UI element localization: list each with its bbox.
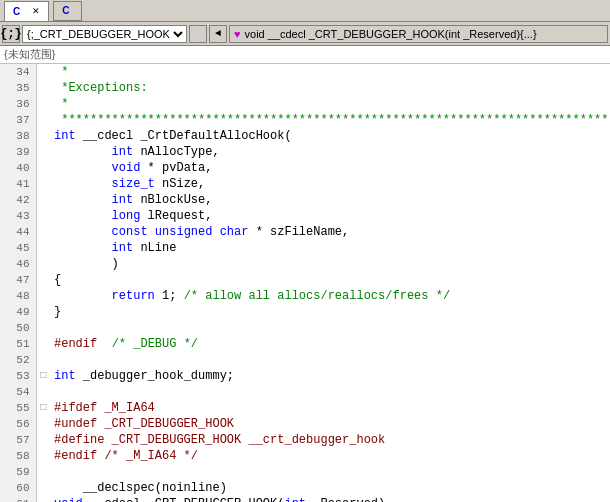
- table-row: 42 int nBlockUse,: [0, 192, 610, 208]
- line-number: 35: [0, 80, 36, 96]
- tab-logical[interactable]: C: [53, 1, 82, 21]
- line-number: 37: [0, 112, 36, 128]
- table-row: 54: [0, 384, 610, 400]
- line-indicator: [36, 208, 50, 224]
- code-area: 34 *35 *Exceptions:36 *37 **************…: [0, 64, 610, 502]
- line-indicator[interactable]: □: [36, 400, 50, 416]
- line-code: void * pvData,: [50, 160, 610, 176]
- table-row: 49}: [0, 304, 610, 320]
- breadcrumb: {未知范围}: [0, 46, 610, 64]
- line-code: void __cdecl _CRT_DEBUGGER_HOOK(int _Res…: [50, 496, 610, 502]
- line-number: 41: [0, 176, 36, 192]
- c-file-icon: C: [13, 6, 20, 17]
- line-indicator: [36, 240, 50, 256]
- table-row: 52: [0, 352, 610, 368]
- line-code: #endif /* _DEBUG */: [50, 336, 610, 352]
- line-number: 44: [0, 224, 36, 240]
- dropdown-btn[interactable]: [189, 25, 207, 43]
- line-indicator: [36, 96, 50, 112]
- table-row: 45 int nLine: [0, 240, 610, 256]
- table-row: 46 ): [0, 256, 610, 272]
- line-indicator: [36, 256, 50, 272]
- line-indicator: [36, 160, 50, 176]
- line-code: #ifdef _M_IA64: [50, 400, 610, 416]
- expand-icon[interactable]: □: [40, 370, 46, 381]
- line-code: [50, 464, 610, 480]
- line-code: {: [50, 272, 610, 288]
- line-code: int __cdecl _CrtDefaultAllocHook(: [50, 128, 610, 144]
- line-number: 57: [0, 432, 36, 448]
- line-number: 51: [0, 336, 36, 352]
- table-row: 37 *************************************…: [0, 112, 610, 128]
- line-indicator: [36, 80, 50, 96]
- table-row: 60 __declspec(noinline): [0, 480, 610, 496]
- table-row: 53□int _debugger_hook_dummy;: [0, 368, 610, 384]
- table-row: 38int __cdecl _CrtDefaultAllocHook(: [0, 128, 610, 144]
- table-row: 58#endif /* _M_IA64 */: [0, 448, 610, 464]
- line-number: 39: [0, 144, 36, 160]
- table-row: 40 void * pvData,: [0, 160, 610, 176]
- table-row: 59: [0, 464, 610, 480]
- line-number: 47: [0, 272, 36, 288]
- line-code: #endif /* _M_IA64 */: [50, 448, 610, 464]
- line-indicator: [36, 384, 50, 400]
- brace-icon[interactable]: {;}: [2, 25, 20, 43]
- table-row: 44 const unsigned char * szFileName,: [0, 224, 610, 240]
- line-code: ): [50, 256, 610, 272]
- code-table: 34 *35 *Exceptions:36 *37 **************…: [0, 64, 610, 502]
- line-number: 61: [0, 496, 36, 502]
- table-row: 51#endif /* _DEBUG */: [0, 336, 610, 352]
- line-number: 36: [0, 96, 36, 112]
- line-number: 38: [0, 128, 36, 144]
- line-number: 53: [0, 368, 36, 384]
- table-row: 61void __cdecl _CRT_DEBUGGER_HOOK(int _R…: [0, 496, 610, 502]
- line-indicator: [36, 432, 50, 448]
- line-number: 52: [0, 352, 36, 368]
- line-indicator: [36, 288, 50, 304]
- line-indicator: [36, 320, 50, 336]
- function-label: ♥ void __cdecl _CRT_DEBUGGER_HOOK(int _R…: [229, 25, 608, 43]
- line-code: #undef _CRT_DEBUGGER_HOOK: [50, 416, 610, 432]
- table-row: 50: [0, 320, 610, 336]
- line-code: const unsigned char * szFileName,: [50, 224, 610, 240]
- line-number: 55: [0, 400, 36, 416]
- line-code: return 1; /* allow all allocs/reallocs/f…: [50, 288, 610, 304]
- table-row: 35 *Exceptions:: [0, 80, 610, 96]
- line-number: 34: [0, 64, 36, 80]
- toolbar: {;} {;_CRT_DEBUGGER_HOOK ◄ ♥ void __cdec…: [0, 22, 610, 46]
- tab-dbghook[interactable]: C ✕: [4, 1, 49, 21]
- line-code: size_t nSize,: [50, 176, 610, 192]
- close-icon[interactable]: ✕: [32, 6, 40, 16]
- line-indicator: [36, 336, 50, 352]
- line-indicator: [36, 464, 50, 480]
- line-number: 58: [0, 448, 36, 464]
- line-code: int nBlockUse,: [50, 192, 610, 208]
- line-code: ****************************************…: [50, 112, 610, 128]
- table-row: 41 size_t nSize,: [0, 176, 610, 192]
- line-code: *Exceptions:: [50, 80, 610, 96]
- line-number: 50: [0, 320, 36, 336]
- line-code: [50, 384, 610, 400]
- nav-left-btn[interactable]: ◄: [209, 25, 227, 43]
- table-row: 34 *: [0, 64, 610, 80]
- expand-icon[interactable]: □: [40, 402, 46, 413]
- line-code: }: [50, 304, 610, 320]
- line-number: 60: [0, 480, 36, 496]
- line-code: #define _CRT_DEBUGGER_HOOK __crt_debugge…: [50, 432, 610, 448]
- lines-container: 34 *35 *Exceptions:36 *37 **************…: [0, 64, 610, 502]
- line-code: int _debugger_hook_dummy;: [50, 368, 610, 384]
- table-row: 47{: [0, 272, 610, 288]
- line-number: 43: [0, 208, 36, 224]
- line-code: long lRequest,: [50, 208, 610, 224]
- line-code: [50, 320, 610, 336]
- line-indicator: [36, 416, 50, 432]
- line-indicator[interactable]: □: [36, 368, 50, 384]
- line-number: 56: [0, 416, 36, 432]
- scope-selector[interactable]: {;_CRT_DEBUGGER_HOOK: [22, 25, 187, 43]
- line-indicator: [36, 304, 50, 320]
- line-indicator: [36, 272, 50, 288]
- line-indicator: [36, 112, 50, 128]
- line-number: 40: [0, 160, 36, 176]
- table-row: 57#define _CRT_DEBUGGER_HOOK __crt_debug…: [0, 432, 610, 448]
- line-number: 45: [0, 240, 36, 256]
